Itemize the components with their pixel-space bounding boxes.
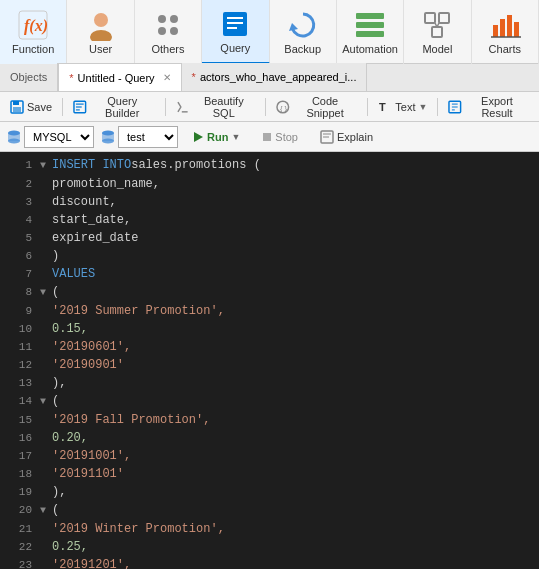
toolbar-user[interactable]: User: [67, 0, 134, 64]
beautify-button[interactable]: Beautify SQL: [170, 95, 261, 119]
collapse-icon[interactable]: ▼: [40, 393, 50, 411]
save-button[interactable]: Save: [4, 95, 58, 119]
tab-actors-query[interactable]: * actors_who_have_appeared_i...: [182, 63, 368, 91]
code-editor[interactable]: 1▼INSERT INTO sales.promotions (2 promot…: [0, 152, 539, 569]
line-number: 3: [4, 193, 32, 211]
model-icon: [421, 9, 453, 41]
line-number: 1: [4, 156, 32, 174]
table-row: 17 '20191001',: [0, 447, 539, 465]
code-segment: '2019 Winter Promotion',: [52, 520, 225, 538]
query-builder-icon: [73, 100, 87, 114]
schema-wrapper: test: [100, 126, 178, 148]
svg-point-7: [170, 27, 178, 35]
line-number: 6: [4, 247, 32, 265]
code-snippet-icon: { }: [276, 100, 290, 114]
separator-4: [367, 98, 368, 116]
code-segment: VALUES: [52, 265, 95, 283]
collapse-icon[interactable]: ▼: [40, 284, 50, 302]
toolbar-query[interactable]: Query: [202, 0, 269, 64]
db-bar: MYSQL test Run ▼ Stop Explain: [0, 122, 539, 152]
beautify-icon: [176, 100, 190, 114]
separator-3: [265, 98, 266, 116]
table-row: 19 ),: [0, 483, 539, 501]
code-segment: ): [52, 247, 59, 265]
db-type-select[interactable]: MYSQL: [24, 126, 94, 148]
svg-point-43: [8, 138, 20, 143]
table-row: 21 '2019 Winter Promotion',: [0, 520, 539, 538]
code-segment: discount,: [52, 193, 117, 211]
toolbar-model-label: Model: [422, 43, 452, 55]
code-snippet-button[interactable]: { } Code Snippet: [270, 95, 363, 119]
toolbar-others[interactable]: Others: [135, 0, 202, 64]
table-row: 13 ),: [0, 374, 539, 392]
toolbar-charts[interactable]: Charts: [472, 0, 539, 64]
run-icon: [192, 131, 204, 143]
export-result-button[interactable]: Export Result: [442, 95, 535, 119]
svg-rect-22: [500, 19, 505, 37]
run-button[interactable]: Run ▼: [184, 129, 248, 145]
table-row: 3 discount,: [0, 193, 539, 211]
toolbar-function[interactable]: f(x) Function: [0, 0, 67, 64]
code-segment: '20191201',: [52, 556, 131, 569]
save-icon: [10, 100, 24, 114]
svg-rect-13: [356, 13, 384, 19]
table-row: 16 0.20,: [0, 429, 539, 447]
svg-point-3: [90, 30, 112, 41]
table-row: 23 '20191201',: [0, 556, 539, 569]
table-row: 5 expired_date: [0, 229, 539, 247]
separator-5: [437, 98, 438, 116]
line-number: 10: [4, 320, 32, 338]
svg-rect-17: [439, 13, 449, 23]
line-number: 14: [4, 392, 32, 410]
line-number: 4: [4, 211, 32, 229]
tab-bar: Objects * Untitled - Query ✕ * actors_wh…: [0, 64, 539, 92]
charts-icon: [489, 9, 521, 41]
tab-close-1[interactable]: ✕: [163, 72, 171, 83]
separator-2: [165, 98, 166, 116]
toolbar-automation[interactable]: Automation: [337, 0, 404, 64]
tab-objects-label: Objects: [10, 71, 47, 83]
code-segment: 0.25,: [52, 538, 88, 556]
text-button[interactable]: T Text ▼: [372, 95, 433, 119]
code-segment: '20190901': [52, 356, 124, 374]
backup-icon: [287, 9, 319, 41]
collapse-icon[interactable]: ▼: [40, 157, 50, 175]
stop-button[interactable]: Stop: [254, 129, 306, 145]
user-icon: [85, 9, 117, 41]
svg-point-6: [158, 27, 166, 35]
run-dropdown-arrow: ▼: [231, 132, 240, 142]
table-row: 20▼ (: [0, 501, 539, 520]
svg-marker-47: [194, 132, 203, 142]
svg-rect-11: [227, 27, 237, 29]
toolbar-model[interactable]: Model: [404, 0, 471, 64]
table-row: 11 '20190601',: [0, 338, 539, 356]
export-icon: [448, 100, 462, 114]
svg-point-46: [102, 138, 114, 143]
schema-select[interactable]: test: [118, 126, 178, 148]
table-row: 12 '20190901': [0, 356, 539, 374]
tab-untitled-query[interactable]: * Untitled - Query ✕: [58, 63, 181, 91]
separator-1: [62, 98, 63, 116]
toolbar-backup[interactable]: Backup: [270, 0, 337, 64]
collapse-icon[interactable]: ▼: [40, 502, 50, 520]
line-number: 19: [4, 483, 32, 501]
tab-title-2: actors_who_have_appeared_i...: [200, 71, 357, 83]
code-segment: (: [52, 283, 59, 301]
query-builder-button[interactable]: Query Builder: [67, 95, 161, 119]
table-row: 8▼ (: [0, 283, 539, 302]
table-row: 4 start_date,: [0, 211, 539, 229]
line-number: 17: [4, 447, 32, 465]
tab-objects[interactable]: Objects: [0, 63, 58, 91]
line-number: 8: [4, 283, 32, 301]
table-row: 22 0.25,: [0, 538, 539, 556]
toolbar-query-label: Query: [220, 42, 250, 54]
db-icon: [6, 129, 22, 145]
code-segment: (: [52, 501, 59, 519]
stop-icon: [262, 132, 272, 142]
line-number: 11: [4, 338, 32, 356]
explain-button[interactable]: Explain: [312, 128, 381, 146]
svg-rect-23: [507, 15, 512, 37]
svg-rect-9: [227, 17, 243, 19]
tab-title-1: Untitled - Query: [78, 72, 155, 84]
code-segment: '20191101': [52, 465, 124, 483]
